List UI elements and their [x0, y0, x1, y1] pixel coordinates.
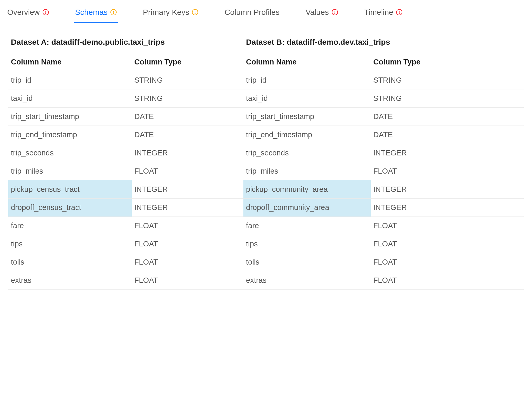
cell-a-name: taxi_id	[8, 89, 132, 107]
cell-a-type: INTEGER	[132, 199, 243, 217]
cell-b-type: INTEGER	[371, 199, 524, 217]
cell-b-type: STRING	[371, 71, 524, 89]
warning-icon	[110, 9, 117, 16]
tab-label: Overview	[7, 8, 40, 17]
svg-point-8	[195, 14, 195, 14]
dataset-b-title: Dataset B: datadiff-demo.dev.taxi_trips	[243, 32, 524, 53]
cell-a-type: FLOAT	[132, 253, 243, 271]
cell-a-name: trip_seconds	[8, 144, 132, 162]
table-row: dropoff_census_tractINTEGERdropoff_commu…	[8, 198, 524, 217]
cell-b-name: trip_seconds	[243, 144, 371, 162]
cell-a-type: INTEGER	[132, 144, 243, 162]
col-header-a-type: Column Type	[132, 53, 243, 71]
dataset-a-title: Dataset A: datadiff-demo.public.taxi_tri…	[8, 32, 243, 53]
cell-a-type: FLOAT	[132, 162, 243, 180]
cell-b-name: trip_end_timestamp	[243, 126, 371, 144]
col-header-b-name: Column Name	[243, 53, 371, 71]
table-row: tollsFLOATtollsFLOAT	[8, 253, 524, 271]
cell-a-type: FLOAT	[132, 235, 243, 253]
cell-b-type: INTEGER	[371, 144, 524, 162]
table-row: trip_milesFLOATtrip_milesFLOAT	[8, 162, 524, 180]
cell-b-name: tolls	[243, 253, 371, 271]
table-row: pickup_census_tractINTEGERpickup_communi…	[8, 180, 524, 198]
cell-a-type: FLOAT	[132, 217, 243, 235]
cell-a-name: tips	[8, 235, 132, 253]
cell-b-name: pickup_community_area	[243, 180, 371, 198]
cell-b-type: FLOAT	[371, 162, 524, 180]
tab-label: Schemas	[75, 8, 108, 17]
cell-a-name: trip_start_timestamp	[8, 108, 132, 126]
cell-a-name: dropoff_census_tract	[8, 199, 132, 217]
cell-a-type: STRING	[132, 71, 243, 89]
warning-icon	[192, 9, 198, 16]
error-icon	[331, 9, 338, 16]
cell-b-type: FLOAT	[371, 271, 524, 289]
cell-b-type: FLOAT	[371, 217, 524, 235]
tab-label: Timeline	[364, 8, 393, 17]
cell-a-name: pickup_census_tract	[8, 180, 132, 198]
schemas-content: Dataset A: datadiff-demo.public.taxi_tri…	[6, 32, 526, 290]
cell-b-name: taxi_id	[243, 89, 371, 107]
table-header-row: Column Name Column Type Column Name Colu…	[8, 53, 524, 71]
tab-label: Values	[305, 8, 329, 17]
table-row: tipsFLOATtipsFLOAT	[8, 235, 524, 253]
table-row: trip_end_timestampDATEtrip_end_timestamp…	[8, 126, 524, 144]
cell-b-name: trip_id	[243, 71, 371, 89]
svg-point-11	[335, 14, 335, 14]
table-row: fareFLOATfareFLOAT	[8, 217, 524, 235]
cell-b-name: trip_start_timestamp	[243, 108, 371, 126]
svg-point-5	[113, 14, 114, 14]
cell-b-type: FLOAT	[371, 253, 524, 271]
col-header-b-type: Column Type	[371, 53, 524, 71]
tabs-nav: OverviewSchemasPrimary KeysColumn Profil…	[6, 5, 526, 23]
tab-label: Column Profiles	[224, 8, 280, 17]
cell-a-type: DATE	[132, 108, 243, 126]
cell-b-name: tips	[243, 235, 371, 253]
tab-overview[interactable]: Overview	[6, 5, 50, 23]
cell-a-name: extras	[8, 271, 132, 289]
table-row: taxi_idSTRINGtaxi_idSTRING	[8, 89, 524, 107]
cell-a-name: trip_miles	[8, 162, 132, 180]
cell-b-type: STRING	[371, 89, 524, 107]
cell-b-name: dropoff_community_area	[243, 199, 371, 217]
table-row: extrasFLOATextrasFLOAT	[8, 271, 524, 290]
svg-point-14	[399, 14, 399, 14]
tab-timeline[interactable]: Timeline	[363, 5, 404, 23]
error-icon	[396, 9, 403, 16]
table-row: trip_secondsINTEGERtrip_secondsINTEGER	[8, 144, 524, 162]
dataset-headers: Dataset A: datadiff-demo.public.taxi_tri…	[8, 32, 524, 53]
cell-a-type: INTEGER	[132, 180, 243, 198]
cell-b-type: DATE	[371, 108, 524, 126]
cell-a-name: fare	[8, 217, 132, 235]
table-row: trip_idSTRINGtrip_idSTRING	[8, 71, 524, 89]
tab-column-profiles[interactable]: Column Profiles	[223, 5, 281, 23]
col-header-a-name: Column Name	[8, 53, 132, 71]
tab-primary-keys[interactable]: Primary Keys	[142, 5, 200, 23]
svg-point-2	[45, 14, 46, 14]
cell-b-type: DATE	[371, 126, 524, 144]
cell-b-name: extras	[243, 271, 371, 289]
cell-a-type: DATE	[132, 126, 243, 144]
error-icon	[42, 9, 49, 16]
cell-b-type: FLOAT	[371, 235, 524, 253]
table-row: trip_start_timestampDATEtrip_start_times…	[8, 107, 524, 126]
cell-b-name: fare	[243, 217, 371, 235]
tab-values[interactable]: Values	[304, 5, 339, 23]
cell-a-name: trip_id	[8, 71, 132, 89]
tab-schemas[interactable]: Schemas	[74, 5, 118, 23]
cell-b-name: trip_miles	[243, 162, 371, 180]
schema-table: Column Name Column Type Column Name Colu…	[8, 53, 524, 290]
cell-a-name: trip_end_timestamp	[8, 126, 132, 144]
tab-label: Primary Keys	[143, 8, 189, 17]
cell-a-name: tolls	[8, 253, 132, 271]
cell-a-type: STRING	[132, 89, 243, 107]
cell-b-type: INTEGER	[371, 180, 524, 198]
cell-a-type: FLOAT	[132, 271, 243, 289]
